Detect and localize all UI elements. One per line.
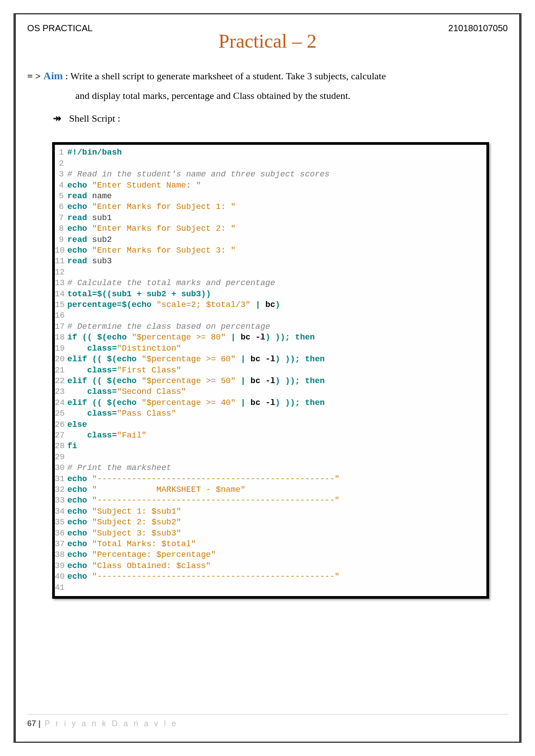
line-number: 21: [55, 365, 67, 376]
line-number: 27: [55, 430, 67, 441]
line-number: 28: [55, 441, 67, 452]
code-line: 30# Print the marksheet: [55, 463, 486, 474]
code-line: 25 class="Pass Class": [55, 409, 486, 419]
bullet-icon: ↠: [53, 113, 61, 124]
code-line: 34echo "Subject 1: $sub1": [55, 507, 486, 517]
code-content: read sub3: [67, 256, 486, 267]
code-line: 26else: [55, 420, 486, 430]
code-line: 37echo "Total Marks: $total": [55, 539, 486, 550]
header-right: 210180107050: [449, 23, 508, 33]
code-content: elif (( $(echo "$percentage >= 60" | bc …: [67, 354, 486, 365]
code-content: [67, 583, 486, 593]
line-number: 20: [55, 354, 67, 365]
code-content: elif (( $(echo "$percentage >= 40" | bc …: [67, 398, 486, 409]
line-number: 10: [55, 245, 67, 256]
code-content: # Determine the class based on percentag…: [67, 322, 486, 332]
code-content: [67, 452, 486, 463]
code-line: 6echo "Enter Marks for Subject 1: ": [55, 202, 486, 212]
code-content: echo "----------------------------------…: [67, 495, 486, 506]
code-content: echo "Class Obtained: $class": [67, 561, 486, 572]
code-line: 10echo "Enter Marks for Subject 3: ": [55, 245, 486, 256]
code-line: 32echo " MARKSHEET - $name": [55, 485, 486, 495]
code-content: echo "Enter Marks for Subject 2: ": [67, 224, 486, 234]
code-line: 29: [55, 452, 486, 463]
code-line: 9read sub2: [55, 235, 486, 245]
code-content: else: [67, 420, 486, 430]
line-number: 41: [55, 583, 67, 593]
code-content: class="Second Class": [67, 387, 486, 397]
line-number: 7: [55, 213, 67, 224]
footer-author: P r i y a n k D a n a v l e: [41, 719, 178, 728]
line-number: 33: [55, 495, 67, 506]
line-number: 19: [55, 343, 67, 354]
code-content: percentage=$(echo "scale=2; $total/3" | …: [67, 300, 486, 311]
line-number: 23: [55, 387, 67, 397]
code-line: 17# Determine the class based on percent…: [55, 322, 486, 332]
line-number: 35: [55, 517, 67, 528]
line-number: 40: [55, 572, 67, 582]
code-content: elif (( $(echo "$percentage >= 50" | bc …: [67, 376, 486, 387]
line-number: 6: [55, 202, 67, 212]
code-line: 5read name: [55, 191, 486, 202]
code-line: 3# Read in the student's name and three …: [55, 169, 486, 180]
line-number: 17: [55, 322, 67, 332]
code-content: echo "Subject 2: $sub2": [67, 517, 486, 528]
line-number: 29: [55, 452, 67, 463]
page-title: Practical – 2: [27, 30, 508, 53]
page-frame: OS PRACTICAL 210180107050 Practical – 2 …: [13, 13, 522, 743]
line-number: 31: [55, 474, 67, 485]
code-content: [67, 311, 486, 321]
line-number: 26: [55, 420, 67, 430]
code-line: 40echo "--------------------------------…: [55, 572, 486, 582]
code-line: 33echo "--------------------------------…: [55, 495, 486, 506]
line-number: 37: [55, 539, 67, 550]
aim-arrow: = >: [27, 70, 43, 82]
code-content: [67, 267, 486, 278]
code-line: 39echo "Class Obtained: $class": [55, 561, 486, 572]
code-line: 4echo "Enter Student Name: ": [55, 180, 486, 191]
line-number: 30: [55, 463, 67, 474]
line-number: 9: [55, 235, 67, 245]
code-content: echo "----------------------------------…: [67, 474, 486, 485]
line-number: 3: [55, 169, 67, 180]
line-number: 25: [55, 409, 67, 419]
line-number: 14: [55, 289, 67, 300]
code-content: # Read in the student's name and three s…: [67, 169, 486, 180]
line-number: 32: [55, 485, 67, 495]
code-line: 22elif (( $(echo "$percentage >= 50" | b…: [55, 376, 486, 387]
code-content: echo " MARKSHEET - $name": [67, 485, 486, 495]
aim-colon: :: [63, 70, 70, 82]
code-content: echo "Subject 3: $sub3": [67, 528, 486, 539]
code-content: read name: [67, 191, 486, 202]
code-content: echo "----------------------------------…: [67, 572, 486, 582]
code-content: # Print the marksheet: [67, 463, 486, 474]
line-number: 11: [55, 256, 67, 267]
line-number: 8: [55, 224, 67, 234]
code-line: 38echo "Percentage: $percentage": [55, 550, 486, 560]
code-content: echo "Enter Marks for Subject 3: ": [67, 245, 486, 256]
aim-section: = > Aim : Write a shell script to genera…: [27, 66, 508, 105]
code-line: 28fi: [55, 441, 486, 452]
code-line: 7read sub1: [55, 213, 486, 224]
code-line: 20elif (( $(echo "$percentage >= 60" | b…: [55, 354, 486, 365]
line-number: 39: [55, 561, 67, 572]
code-content: # Calculate the total marks and percenta…: [67, 278, 486, 289]
code-line: 35echo "Subject 2: $sub2": [55, 517, 486, 528]
line-number: 18: [55, 332, 67, 343]
header-left: OS PRACTICAL: [27, 23, 93, 33]
code-content: echo "Total Marks: $total": [67, 539, 486, 550]
line-number: 38: [55, 550, 67, 560]
code-content: echo "Subject 1: $sub1": [67, 507, 486, 517]
code-content: #!/bin/bash: [67, 147, 486, 158]
code-content: class="Pass Class": [67, 409, 486, 419]
line-number: 5: [55, 191, 67, 202]
shell-script-heading: ↠Shell Script :: [27, 113, 508, 124]
line-number: 13: [55, 278, 67, 289]
line-number: 16: [55, 311, 67, 321]
code-content: class="First Class": [67, 365, 486, 376]
code-line: 15percentage=$(echo "scale=2; $total/3" …: [55, 300, 486, 311]
code-line: 11read sub3: [55, 256, 486, 267]
code-line: 19 class="Distinction": [55, 343, 486, 354]
code-content: class="Fail": [67, 430, 486, 441]
code-line: 24elif (( $(echo "$percentage >= 40" | b…: [55, 398, 486, 409]
